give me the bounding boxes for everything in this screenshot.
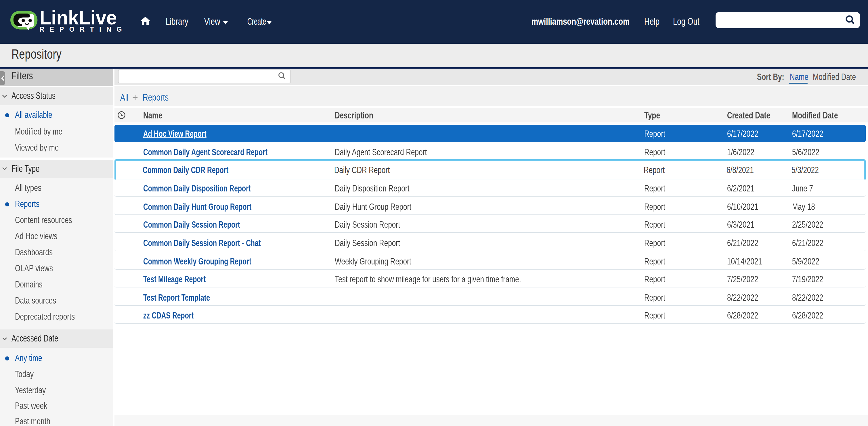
svg-text:REPORTING: REPORTING: [40, 26, 122, 33]
